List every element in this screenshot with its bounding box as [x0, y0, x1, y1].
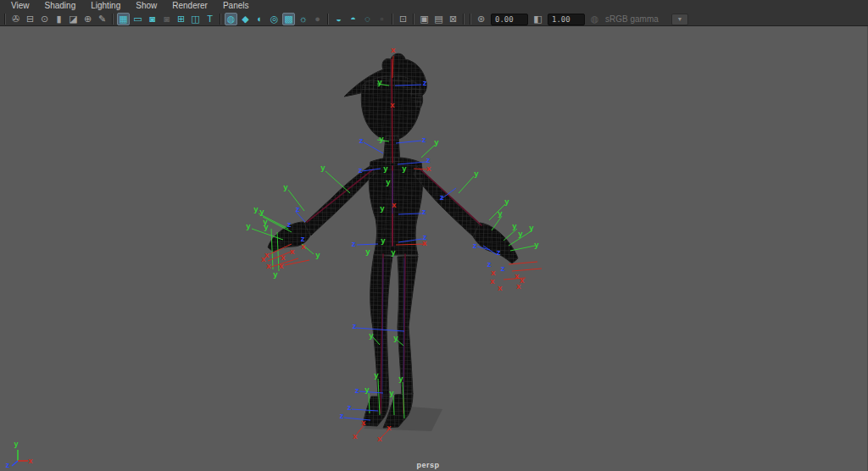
- toolbar-divider: [4, 14, 6, 25]
- default-material-icon[interactable]: ●: [311, 13, 324, 25]
- svg-text:y: y: [377, 77, 382, 86]
- camera-name-label: persp: [0, 461, 856, 469]
- svg-text:z: z: [440, 192, 444, 202]
- field-chart-icon[interactable]: ⊞: [175, 13, 187, 25]
- contrast-icon[interactable]: ◧: [531, 13, 544, 25]
- svg-text:y: y: [246, 221, 251, 230]
- menu-view[interactable]: View: [3, 0, 37, 12]
- svg-text:x: x: [281, 252, 286, 262]
- svg-text:x: x: [353, 431, 358, 441]
- shadows-icon[interactable]: ◒: [332, 13, 345, 25]
- svg-text:y: y: [14, 440, 18, 448]
- toolbar-group-render-options: ◒◓◌▫: [331, 13, 389, 25]
- camera-attributes-icon[interactable]: ⊙: [38, 13, 51, 25]
- svg-text:z: z: [348, 402, 352, 412]
- menu-lighting[interactable]: Lighting: [83, 0, 128, 12]
- exposure-icon[interactable]: ⊛: [475, 13, 487, 25]
- svg-text:z: z: [296, 204, 300, 213]
- svg-text:z: z: [501, 263, 505, 273]
- svg-text:x: x: [301, 241, 306, 251]
- menu-shading[interactable]: Shading: [37, 0, 84, 12]
- svg-text:x: x: [426, 163, 431, 173]
- image-plane-icon[interactable]: ◪: [67, 13, 80, 25]
- resolution-gate-icon[interactable]: ◙: [146, 13, 159, 25]
- toolbar-group-shading-modes: ◍◆◐◎▩☼●: [224, 13, 325, 25]
- menu-renderer[interactable]: Renderer: [164, 0, 215, 12]
- toolbar-group-display-extras: ▣▤⊠: [417, 13, 460, 25]
- contrast-field[interactable]: [548, 14, 585, 25]
- safe-title-icon[interactable]: T: [203, 13, 216, 25]
- menu-show[interactable]: Show: [128, 0, 164, 12]
- chevron-down-icon: ▼: [677, 16, 683, 22]
- toolbar-divider: [470, 14, 471, 25]
- svg-text:z: z: [352, 239, 356, 248]
- svg-text:z: z: [473, 241, 477, 250]
- svg-text:x: x: [361, 418, 366, 427]
- svg-text:y: y: [434, 137, 439, 147]
- gamma-icon: ◍: [588, 13, 601, 25]
- camera-lock-icon[interactable]: ⊟: [24, 13, 36, 25]
- toolbar-group-camera-tools: ✇⊟⊙▮◪⊕✎: [8, 13, 109, 25]
- safe-action-icon[interactable]: ◫: [189, 13, 202, 25]
- flat-shade-icon[interactable]: ◐: [253, 13, 266, 25]
- svg-text:z: z: [355, 385, 359, 395]
- scene-canvas[interactable]: xyzxyzzyzyzyyxyyyzyxyzzzzxzzzzzyzxyyyyyy…: [0, 26, 868, 471]
- colorspace-dropdown-button[interactable]: ▼: [671, 14, 688, 25]
- use-all-lights-icon[interactable]: ☼: [297, 13, 309, 25]
- svg-text:y: y: [386, 177, 391, 186]
- isolate-select-icon[interactable]: ⊡: [397, 13, 409, 25]
- svg-text:y: y: [374, 370, 379, 380]
- svg-text:z: z: [497, 247, 501, 257]
- colorspace-select-label: sRGB gamma: [605, 14, 661, 24]
- panel-menubar: ViewShadingLightingShowRendererPanels: [0, 0, 868, 12]
- grease-pencil-icon[interactable]: ✎: [96, 13, 108, 25]
- layer-bars-icon[interactable]: ▤: [432, 13, 445, 25]
- wireframe-on-shaded-icon[interactable]: ◎: [268, 13, 281, 25]
- svg-text:y: y: [383, 163, 388, 173]
- svg-text:z: z: [340, 411, 344, 420]
- pan-zoom-icon[interactable]: ⊕: [81, 13, 94, 25]
- svg-text:x: x: [516, 281, 521, 291]
- svg-text:y: y: [381, 236, 386, 245]
- exposure-field[interactable]: [491, 14, 528, 25]
- svg-text:x: x: [266, 261, 271, 270]
- grid-icon[interactable]: ▦: [117, 13, 130, 25]
- gate-mask-icon[interactable]: ◙: [160, 13, 173, 25]
- menu-panels[interactable]: Panels: [215, 0, 257, 12]
- svg-text:y: y: [369, 330, 374, 340]
- svg-text:z: z: [287, 219, 292, 229]
- svg-text:y: y: [498, 208, 503, 218]
- perspective-viewport[interactable]: xyzxyzzyzyzyyxyyyzyxyzzzzxzzzzzyzxyyyyyy…: [0, 26, 868, 471]
- textured-icon[interactable]: ▩: [282, 13, 295, 25]
- svg-text:x: x: [422, 238, 427, 247]
- svg-text:z: z: [353, 321, 357, 330]
- svg-text:z: z: [422, 207, 426, 216]
- svg-text:z: z: [359, 136, 364, 145]
- separate-layers-icon[interactable]: ▣: [418, 13, 431, 25]
- svg-text:y: y: [273, 269, 278, 279]
- panel-toolbar: ✇⊟⊙▮◪⊕✎▦▭◙◙⊞◫T◍◆◐◎▩☼●◒◓◌▫⊡▣▤⊠ ⊛ ◧ ◍ sRGB…: [0, 12, 868, 26]
- wireframe-icon[interactable]: ◍: [225, 13, 237, 25]
- toolbar-divider: [112, 14, 114, 25]
- svg-text:y: y: [253, 204, 259, 213]
- svg-text:y: y: [259, 207, 264, 216]
- multisampling-icon[interactable]: ▫: [376, 13, 388, 25]
- svg-text:x: x: [392, 200, 397, 209]
- motion-blur-icon[interactable]: ◌: [361, 13, 374, 25]
- toolbar-group-gate-display: ▦▭◙◙⊞◫T: [116, 13, 217, 25]
- svg-text:z: z: [422, 135, 426, 144]
- ambient-occlusion-icon[interactable]: ◓: [347, 13, 359, 25]
- toolbar-divider: [220, 14, 221, 25]
- xray-icon[interactable]: ⊠: [447, 13, 459, 25]
- toolbar-group-isolate: ⊡: [396, 13, 410, 25]
- svg-text:x: x: [279, 261, 284, 270]
- camera-icon[interactable]: ✇: [9, 13, 22, 25]
- smooth-shade-icon[interactable]: ◆: [239, 13, 252, 25]
- svg-text:y: y: [364, 385, 370, 394]
- svg-text:y: y: [379, 134, 384, 143]
- svg-text:y: y: [512, 221, 517, 230]
- svg-text:y: y: [518, 229, 523, 238]
- svg-text:y: y: [529, 223, 534, 232]
- bookmark-icon[interactable]: ▮: [53, 13, 65, 25]
- film-gate-icon[interactable]: ▭: [131, 13, 144, 25]
